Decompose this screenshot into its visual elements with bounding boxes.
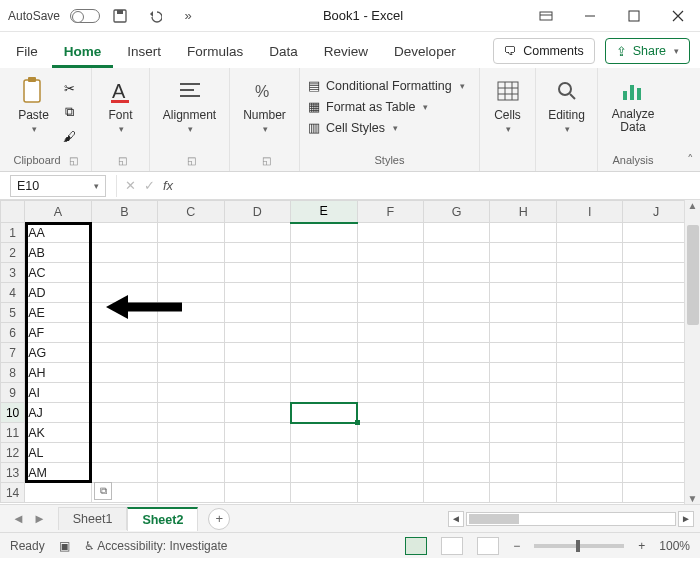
row-header-7[interactable]: 7 xyxy=(1,343,25,363)
cell-B4[interactable] xyxy=(91,283,157,303)
cell-J11[interactable] xyxy=(623,423,690,443)
tab-data[interactable]: Data xyxy=(257,36,310,68)
cell-E6[interactable] xyxy=(291,323,357,343)
minimize-button[interactable] xyxy=(568,0,612,32)
collapse-ribbon-icon[interactable]: ˄ xyxy=(687,152,694,167)
hscroll-thumb[interactable] xyxy=(469,514,519,524)
cell-G14[interactable] xyxy=(423,483,489,503)
cell-F1[interactable] xyxy=(357,223,423,243)
cell-D10[interactable] xyxy=(224,403,290,423)
name-box[interactable]: E10 ▾ xyxy=(10,175,106,197)
cut-icon[interactable]: ✂ xyxy=(60,78,80,98)
cell-H10[interactable] xyxy=(490,403,556,423)
cell-A7[interactable]: AG xyxy=(25,343,91,363)
format-as-table-button[interactable]: ▦Format as Table▾ xyxy=(308,99,471,114)
cell-A14[interactable] xyxy=(25,483,91,503)
cell-A12[interactable]: AL xyxy=(25,443,91,463)
cell-G13[interactable] xyxy=(423,463,489,483)
cell-D14[interactable] xyxy=(224,483,290,503)
format-painter-icon[interactable]: 🖌 xyxy=(60,126,80,146)
cell-A5[interactable]: AE xyxy=(25,303,91,323)
col-header-F[interactable]: F xyxy=(357,201,423,223)
hscroll-right-icon[interactable]: ► xyxy=(678,511,694,527)
cell-J5[interactable] xyxy=(623,303,690,323)
cell-J14[interactable] xyxy=(623,483,690,503)
cell-B8[interactable] xyxy=(91,363,157,383)
cell-E14[interactable] xyxy=(291,483,357,503)
autofill-options-icon[interactable]: ⧉ xyxy=(94,482,112,500)
cell-C2[interactable] xyxy=(158,243,224,263)
undo-icon[interactable] xyxy=(140,4,168,28)
cell-D5[interactable] xyxy=(224,303,290,323)
row-header-4[interactable]: 4 xyxy=(1,283,25,303)
zoom-out-icon[interactable]: − xyxy=(513,539,520,553)
row-header-8[interactable]: 8 xyxy=(1,363,25,383)
zoom-in-icon[interactable]: + xyxy=(638,539,645,553)
font-dropdown[interactable]: AFont▾ xyxy=(99,74,143,134)
cell-J4[interactable] xyxy=(623,283,690,303)
scroll-thumb[interactable] xyxy=(687,225,699,325)
cell-H14[interactable] xyxy=(490,483,556,503)
row-header-12[interactable]: 12 xyxy=(1,443,25,463)
ribbon-display-icon[interactable] xyxy=(524,0,568,32)
cell-I9[interactable] xyxy=(556,383,622,403)
cell-D11[interactable] xyxy=(224,423,290,443)
cell-I1[interactable] xyxy=(556,223,622,243)
cell-B6[interactable] xyxy=(91,323,157,343)
cell-G4[interactable] xyxy=(423,283,489,303)
cell-A13[interactable]: AM xyxy=(25,463,91,483)
cell-C12[interactable] xyxy=(158,443,224,463)
number-dropdown[interactable]: %Number▾ xyxy=(243,74,287,134)
cell-A2[interactable]: AB xyxy=(25,243,91,263)
cell-styles-button[interactable]: ▥Cell Styles▾ xyxy=(308,120,471,135)
col-header-D[interactable]: D xyxy=(224,201,290,223)
col-header-J[interactable]: J xyxy=(623,201,690,223)
cell-J13[interactable] xyxy=(623,463,690,483)
cell-H13[interactable] xyxy=(490,463,556,483)
cell-H9[interactable] xyxy=(490,383,556,403)
cell-A8[interactable]: AH xyxy=(25,363,91,383)
cell-C10[interactable] xyxy=(158,403,224,423)
cell-C3[interactable] xyxy=(158,263,224,283)
scroll-up-icon[interactable]: ▲ xyxy=(688,200,698,211)
tab-insert[interactable]: Insert xyxy=(115,36,173,68)
formula-input[interactable] xyxy=(181,175,700,197)
save-icon[interactable] xyxy=(106,4,134,28)
cell-J6[interactable] xyxy=(623,323,690,343)
cell-B10[interactable] xyxy=(91,403,157,423)
alignment-dropdown[interactable]: Alignment▾ xyxy=(168,74,212,134)
cell-H6[interactable] xyxy=(490,323,556,343)
cell-G9[interactable] xyxy=(423,383,489,403)
paste-button[interactable]: Paste ▾ xyxy=(12,74,56,134)
cell-C4[interactable] xyxy=(158,283,224,303)
worksheet-grid[interactable]: ABCDEFGHIJ1AA2AB3AC4AD5AE6AF7AG8AH9AI10A… xyxy=(0,200,700,504)
cell-F12[interactable] xyxy=(357,443,423,463)
row-header-6[interactable]: 6 xyxy=(1,323,25,343)
cell-A6[interactable]: AF xyxy=(25,323,91,343)
cell-C11[interactable] xyxy=(158,423,224,443)
cell-I13[interactable] xyxy=(556,463,622,483)
cell-D13[interactable] xyxy=(224,463,290,483)
cell-F11[interactable] xyxy=(357,423,423,443)
cell-D8[interactable] xyxy=(224,363,290,383)
cell-E13[interactable] xyxy=(291,463,357,483)
cell-E12[interactable] xyxy=(291,443,357,463)
cell-E4[interactable] xyxy=(291,283,357,303)
hscroll-left-icon[interactable]: ◄ xyxy=(448,511,464,527)
cell-C13[interactable] xyxy=(158,463,224,483)
col-header-I[interactable]: I xyxy=(556,201,622,223)
cell-B12[interactable] xyxy=(91,443,157,463)
row-header-3[interactable]: 3 xyxy=(1,263,25,283)
cell-H7[interactable] xyxy=(490,343,556,363)
cell-I11[interactable] xyxy=(556,423,622,443)
close-button[interactable] xyxy=(656,0,700,32)
cell-A1[interactable]: AA xyxy=(25,223,91,243)
dialog-launcher-icon[interactable]: ◱ xyxy=(69,155,78,166)
cell-E2[interactable] xyxy=(291,243,357,263)
cell-G10[interactable] xyxy=(423,403,489,423)
cell-C9[interactable] xyxy=(158,383,224,403)
cell-B11[interactable] xyxy=(91,423,157,443)
cell-F13[interactable] xyxy=(357,463,423,483)
cell-H12[interactable] xyxy=(490,443,556,463)
cell-I2[interactable] xyxy=(556,243,622,263)
